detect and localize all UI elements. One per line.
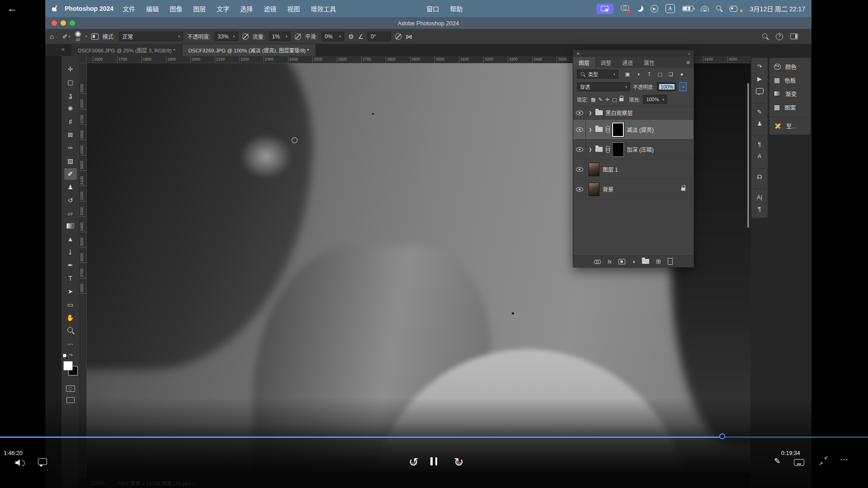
app-menu-0[interactable]: 文件 (123, 4, 135, 13)
panel-item-swatches[interactable]: ▦色板 (769, 73, 811, 87)
layer-blend-mode-select[interactable]: 穿透▾ (577, 82, 630, 91)
screen-mirroring-button[interactable] (596, 4, 613, 14)
input-source-badge[interactable]: A (665, 4, 675, 13)
wifi-icon[interactable] (701, 6, 709, 12)
seekbar-remaining[interactable] (722, 436, 868, 438)
filter-pixel-layers-icon[interactable]: ▣ (623, 70, 632, 79)
seekbar-handle[interactable] (719, 433, 725, 439)
history-brush-tool[interactable]: ↺ (64, 194, 77, 206)
zoom-level-field[interactable]: 100% (91, 480, 104, 486)
apple-logo-icon[interactable] (52, 5, 59, 13)
canvas-vertical-scrollbar[interactable] (747, 83, 749, 228)
panel-menu-icon[interactable]: ≡ (686, 57, 693, 68)
dodge-tool[interactable]: ⊸ (65, 246, 76, 258)
layers-panel-grip[interactable]: ✕ « (573, 50, 693, 57)
panel-item-patterns[interactable]: ▩图案 (769, 100, 811, 114)
app-menu-right-1[interactable]: 帮助 (450, 4, 462, 13)
smoothing-select[interactable]: 0%▾ (321, 32, 344, 41)
hand-tool[interactable]: ✋ (64, 312, 77, 324)
lock-transparency-icon[interactable]: ▦ (591, 97, 595, 103)
filter-pin-icon[interactable]: ● (677, 70, 686, 79)
lock-artboard-icon[interactable]: ▢ (612, 97, 617, 103)
layer-row-dodge[interactable]: ❯减淡 (提亮) (573, 120, 693, 140)
layer-thumbnail[interactable] (589, 163, 599, 176)
seekbar-played[interactable] (0, 436, 722, 438)
toggle-brush-panel-button[interactable] (91, 33, 99, 40)
character-styles-icon[interactable]: A (753, 150, 766, 162)
visibility-cell[interactable] (573, 106, 586, 119)
opacity-select[interactable]: 33%▾ (215, 32, 238, 41)
paths-icon[interactable]: ☊ (753, 168, 766, 183)
workspace-switcher-icon[interactable] (790, 33, 798, 39)
more-tools[interactable]: ⋯ (64, 338, 77, 350)
now-playing-icon[interactable]: ▶ (651, 5, 658, 13)
background-lock-icon[interactable] (681, 188, 685, 191)
app-menu-1[interactable]: 编辑 (146, 4, 159, 13)
rewind-10-button[interactable]: ↺10 (406, 455, 421, 471)
new-layer-icon[interactable]: ⊞ (656, 258, 661, 265)
layer-mask-thumbnail[interactable] (612, 122, 624, 137)
group-chevron-icon[interactable]: ❯ (589, 147, 592, 152)
move-tool[interactable]: ✛ (64, 63, 77, 75)
app-menu-3[interactable]: 图层 (193, 4, 206, 13)
chevron-down-icon[interactable]: ▾ (85, 34, 87, 38)
lasso-tool[interactable]: ʓ (64, 89, 77, 101)
document-tab-dscf3269[interactable]: DSCF3269.JPG @ 100% (减淡 (提亮), 图层蒙版/8) * (182, 44, 316, 56)
healing-brush-tool[interactable]: ▧ (64, 155, 77, 167)
app-menu-5[interactable]: 选择 (240, 4, 253, 13)
document-tab-dscf3066[interactable]: DSCF3066.JPG @ 25% (图层 3, RGB/8) * (71, 44, 182, 56)
volume-icon[interactable] (15, 459, 25, 466)
layer-row-layer1[interactable]: 图层 1 (573, 160, 693, 179)
new-group-icon[interactable] (642, 259, 649, 264)
clone-stamp-tool[interactable]: ♟ (64, 181, 77, 193)
paragraph-styles-icon[interactable]: ¶ (753, 136, 766, 150)
panel-item-gradients[interactable]: 渐变 (769, 87, 811, 100)
flow-select[interactable]: 1%▾ (269, 32, 291, 41)
blur-tool[interactable]: ▲ (64, 233, 77, 245)
toolbar-collapse-chevron[interactable]: » (61, 46, 65, 52)
group-chevron-icon[interactable]: ❯ (589, 111, 592, 115)
panel-item-brushes[interactable]: 至... (769, 117, 811, 133)
group-chevron-icon[interactable]: ❯ (589, 127, 592, 132)
link-layers-icon[interactable] (594, 260, 601, 263)
gradient-tool[interactable] (66, 223, 74, 229)
ruler-origin-corner[interactable] (80, 56, 87, 63)
app-menu-8[interactable]: 增效工具 (311, 4, 336, 13)
home-button[interactable]: ⌂ (50, 33, 54, 40)
annotate-pencil-icon[interactable]: ✎ (774, 456, 780, 466)
spotlight-search-icon[interactable] (716, 5, 722, 12)
visibility-cell[interactable] (573, 120, 586, 139)
layer-row-burn[interactable]: ❯加深 (压暗) (573, 140, 693, 160)
paint-symmetry-icon[interactable]: ⋈ (406, 33, 412, 40)
visibility-cell[interactable] (573, 140, 586, 159)
tool-preset-button[interactable]: ✐▾ (62, 33, 71, 40)
layer-fill-select[interactable]: 100%▾ (643, 95, 667, 104)
layer-opacity-input[interactable]: 100% (657, 82, 676, 91)
app-menu-right-0[interactable]: 窗口 (426, 4, 439, 13)
visibility-cell[interactable] (573, 179, 586, 199)
battery-icon[interactable] (682, 6, 693, 11)
brush-tool[interactable]: ✐ (64, 168, 77, 180)
filter-adjustment-layers-icon[interactable]: ◑ (634, 70, 643, 79)
actions-icon[interactable]: ▶ (753, 73, 766, 85)
lock-position-icon[interactable]: ✛ (605, 97, 609, 103)
tab-properties[interactable]: 属性 (638, 57, 660, 68)
filter-shape-layers-icon[interactable]: ▢ (656, 70, 665, 79)
panel-item-color[interactable]: 颜色 (769, 60, 811, 73)
airbrush-icon[interactable] (295, 33, 301, 40)
close-panel-icon[interactable]: ✕ (576, 52, 580, 56)
frame-tool[interactable]: ⊠ (64, 129, 77, 141)
menubar-clock[interactable]: 3月12日 周二 22:17 (750, 4, 805, 13)
new-adjustment-icon[interactable]: ◑ (632, 258, 635, 265)
smoothing-gear-icon[interactable]: ⚙ (348, 33, 354, 40)
layer-row-background[interactable]: 背景 (573, 179, 693, 199)
paragraph-icon[interactable]: ¶ (753, 203, 766, 215)
filter-type-layers-icon[interactable]: T (645, 70, 654, 79)
layer-row-observer[interactable]: ❯黑白观察层 (573, 106, 693, 120)
forward-30-button[interactable]: ↻30 (451, 455, 467, 471)
back-button[interactable]: ← (7, 3, 17, 14)
app-menu-4[interactable]: 文字 (217, 4, 229, 13)
caption-icon[interactable] (794, 459, 804, 466)
layer-mask-thumbnail[interactable] (612, 142, 624, 157)
zoom-tool[interactable] (64, 325, 77, 337)
